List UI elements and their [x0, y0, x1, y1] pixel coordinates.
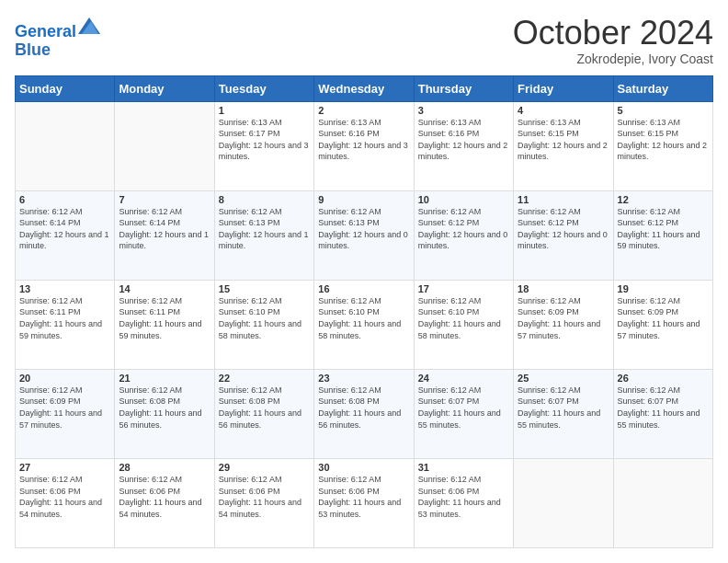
day-number: 11 — [518, 194, 609, 205]
calendar-header-sunday: Sunday — [16, 75, 115, 101]
calendar-cell: 11Sunrise: 6:12 AM Sunset: 6:12 PM Dayli… — [514, 190, 613, 280]
logo: General Blue — [15, 15, 100, 60]
day-info: Sunrise: 6:12 AM Sunset: 6:08 PM Dayligh… — [219, 385, 310, 431]
calendar-cell: 31Sunrise: 6:12 AM Sunset: 6:06 PM Dayli… — [414, 458, 513, 547]
day-info: Sunrise: 6:12 AM Sunset: 6:10 PM Dayligh… — [219, 295, 310, 341]
day-number: 24 — [418, 373, 509, 384]
day-info: Sunrise: 6:12 AM Sunset: 6:07 PM Dayligh… — [518, 385, 609, 431]
logo-text: General — [15, 15, 100, 41]
calendar: SundayMondayTuesdayWednesdayThursdayFrid… — [15, 75, 713, 548]
calendar-cell: 1Sunrise: 6:13 AM Sunset: 6:17 PM Daylig… — [214, 101, 313, 190]
calendar-header-thursday: Thursday — [414, 75, 513, 101]
calendar-cell: 2Sunrise: 6:13 AM Sunset: 6:16 PM Daylig… — [314, 101, 414, 190]
calendar-week-5: 27Sunrise: 6:12 AM Sunset: 6:06 PM Dayli… — [16, 458, 713, 547]
day-number: 10 — [418, 194, 509, 205]
day-number: 13 — [19, 283, 110, 294]
day-number: 1 — [219, 105, 310, 116]
calendar-cell: 16Sunrise: 6:12 AM Sunset: 6:10 PM Dayli… — [314, 280, 414, 369]
day-number: 2 — [318, 105, 409, 116]
title-block: October 2024 Zokrodepie, Ivory Coast — [513, 15, 713, 66]
calendar-cell: 22Sunrise: 6:12 AM Sunset: 6:08 PM Dayli… — [214, 369, 313, 458]
day-info: Sunrise: 6:13 AM Sunset: 6:16 PM Dayligh… — [418, 117, 509, 163]
day-info: Sunrise: 6:12 AM Sunset: 6:10 PM Dayligh… — [418, 295, 509, 341]
calendar-cell: 28Sunrise: 6:12 AM Sunset: 6:06 PM Dayli… — [115, 458, 214, 547]
day-number: 3 — [418, 105, 509, 116]
calendar-cell — [514, 458, 613, 547]
day-number: 18 — [518, 283, 609, 294]
day-number: 30 — [318, 462, 409, 473]
location: Zokrodepie, Ivory Coast — [513, 52, 713, 66]
day-info: Sunrise: 6:12 AM Sunset: 6:13 PM Dayligh… — [318, 206, 409, 252]
day-info: Sunrise: 6:12 AM Sunset: 6:09 PM Dayligh… — [19, 385, 110, 431]
day-number: 22 — [219, 373, 310, 384]
day-number: 20 — [19, 373, 110, 384]
month-title: October 2024 — [513, 15, 713, 52]
calendar-cell: 27Sunrise: 6:12 AM Sunset: 6:06 PM Dayli… — [16, 458, 115, 547]
calendar-cell: 29Sunrise: 6:12 AM Sunset: 6:06 PM Dayli… — [214, 458, 313, 547]
calendar-week-3: 13Sunrise: 6:12 AM Sunset: 6:11 PM Dayli… — [16, 280, 713, 369]
day-number: 26 — [618, 373, 709, 384]
day-number: 21 — [119, 373, 210, 384]
calendar-cell: 20Sunrise: 6:12 AM Sunset: 6:09 PM Dayli… — [16, 369, 115, 458]
calendar-cell: 12Sunrise: 6:12 AM Sunset: 6:12 PM Dayli… — [613, 190, 712, 280]
calendar-cell: 8Sunrise: 6:12 AM Sunset: 6:13 PM Daylig… — [214, 190, 313, 280]
day-number: 4 — [518, 105, 609, 116]
day-number: 27 — [19, 462, 110, 473]
day-info: Sunrise: 6:12 AM Sunset: 6:14 PM Dayligh… — [19, 206, 110, 252]
day-number: 16 — [318, 283, 409, 294]
calendar-cell: 9Sunrise: 6:12 AM Sunset: 6:13 PM Daylig… — [314, 190, 414, 280]
day-info: Sunrise: 6:13 AM Sunset: 6:15 PM Dayligh… — [618, 117, 709, 163]
day-info: Sunrise: 6:13 AM Sunset: 6:17 PM Dayligh… — [219, 117, 310, 163]
day-info: Sunrise: 6:13 AM Sunset: 6:15 PM Dayligh… — [518, 117, 609, 163]
day-info: Sunrise: 6:12 AM Sunset: 6:14 PM Dayligh… — [119, 206, 210, 252]
page: General Blue October 2024 Zokrodepie, Iv… — [0, 0, 728, 563]
calendar-cell — [115, 101, 214, 190]
day-info: Sunrise: 6:12 AM Sunset: 6:11 PM Dayligh… — [19, 295, 110, 341]
day-number: 9 — [318, 194, 409, 205]
day-number: 23 — [318, 373, 409, 384]
calendar-cell: 14Sunrise: 6:12 AM Sunset: 6:11 PM Dayli… — [115, 280, 214, 369]
day-number: 7 — [119, 194, 210, 205]
day-number: 17 — [418, 283, 509, 294]
calendar-week-2: 6Sunrise: 6:12 AM Sunset: 6:14 PM Daylig… — [16, 190, 713, 280]
calendar-cell: 6Sunrise: 6:12 AM Sunset: 6:14 PM Daylig… — [16, 190, 115, 280]
day-info: Sunrise: 6:12 AM Sunset: 6:12 PM Dayligh… — [518, 206, 609, 252]
day-info: Sunrise: 6:12 AM Sunset: 6:07 PM Dayligh… — [618, 385, 709, 431]
day-info: Sunrise: 6:12 AM Sunset: 6:09 PM Dayligh… — [518, 295, 609, 341]
calendar-cell: 30Sunrise: 6:12 AM Sunset: 6:06 PM Dayli… — [314, 458, 414, 547]
calendar-cell — [16, 101, 115, 190]
day-info: Sunrise: 6:12 AM Sunset: 6:06 PM Dayligh… — [418, 474, 509, 520]
calendar-week-4: 20Sunrise: 6:12 AM Sunset: 6:09 PM Dayli… — [16, 369, 713, 458]
calendar-header-monday: Monday — [115, 75, 214, 101]
day-info: Sunrise: 6:12 AM Sunset: 6:08 PM Dayligh… — [318, 385, 409, 431]
calendar-cell: 19Sunrise: 6:12 AM Sunset: 6:09 PM Dayli… — [613, 280, 712, 369]
calendar-cell: 21Sunrise: 6:12 AM Sunset: 6:08 PM Dayli… — [115, 369, 214, 458]
calendar-cell: 5Sunrise: 6:13 AM Sunset: 6:15 PM Daylig… — [613, 101, 712, 190]
day-info: Sunrise: 6:12 AM Sunset: 6:07 PM Dayligh… — [418, 385, 509, 431]
day-info: Sunrise: 6:12 AM Sunset: 6:06 PM Dayligh… — [119, 474, 210, 520]
day-info: Sunrise: 6:12 AM Sunset: 6:06 PM Dayligh… — [318, 474, 409, 520]
logo-text2: Blue — [15, 41, 100, 60]
calendar-cell: 4Sunrise: 6:13 AM Sunset: 6:15 PM Daylig… — [514, 101, 613, 190]
calendar-cell: 7Sunrise: 6:12 AM Sunset: 6:14 PM Daylig… — [115, 190, 214, 280]
calendar-cell: 25Sunrise: 6:12 AM Sunset: 6:07 PM Dayli… — [514, 369, 613, 458]
calendar-header-friday: Friday — [514, 75, 613, 101]
calendar-cell: 18Sunrise: 6:12 AM Sunset: 6:09 PM Dayli… — [514, 280, 613, 369]
day-info: Sunrise: 6:12 AM Sunset: 6:06 PM Dayligh… — [19, 474, 110, 520]
calendar-cell: 10Sunrise: 6:12 AM Sunset: 6:12 PM Dayli… — [414, 190, 513, 280]
day-number: 14 — [119, 283, 210, 294]
day-number: 29 — [219, 462, 310, 473]
calendar-cell: 15Sunrise: 6:12 AM Sunset: 6:10 PM Dayli… — [214, 280, 313, 369]
day-info: Sunrise: 6:12 AM Sunset: 6:10 PM Dayligh… — [318, 295, 409, 341]
header: General Blue October 2024 Zokrodepie, Iv… — [15, 15, 713, 66]
day-info: Sunrise: 6:13 AM Sunset: 6:16 PM Dayligh… — [318, 117, 409, 163]
calendar-header-wednesday: Wednesday — [314, 75, 414, 101]
day-number: 15 — [219, 283, 310, 294]
day-number: 19 — [618, 283, 709, 294]
day-info: Sunrise: 6:12 AM Sunset: 6:06 PM Dayligh… — [219, 474, 310, 520]
calendar-week-1: 1Sunrise: 6:13 AM Sunset: 6:17 PM Daylig… — [16, 101, 713, 190]
calendar-cell: 3Sunrise: 6:13 AM Sunset: 6:16 PM Daylig… — [414, 101, 513, 190]
day-number: 31 — [418, 462, 509, 473]
calendar-cell: 24Sunrise: 6:12 AM Sunset: 6:07 PM Dayli… — [414, 369, 513, 458]
day-info: Sunrise: 6:12 AM Sunset: 6:09 PM Dayligh… — [618, 295, 709, 341]
